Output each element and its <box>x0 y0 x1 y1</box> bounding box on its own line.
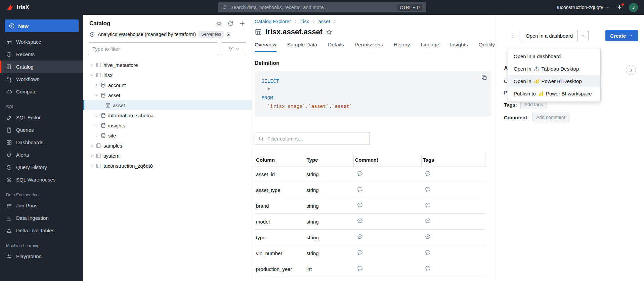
sidebar-item-dashboards[interactable]: Dashboards <box>0 136 83 149</box>
table-header-row: ColumnTypeCommentTags <box>255 155 485 166</box>
tree-item-label: site <box>108 133 116 138</box>
sidebar-item-delta-live-tables[interactable]: Delta Live Tables <box>0 224 83 237</box>
more-options-button[interactable] <box>508 30 518 41</box>
tree-item-information-schema[interactable]: information_schema <box>83 110 252 120</box>
breadcrumb-link-asset[interactable]: asset <box>318 19 330 24</box>
menu-item-open-in-power-bi-desktop[interactable]: Open inPower BI Desktop <box>508 75 600 87</box>
assistant-button[interactable] <box>616 4 623 11</box>
tab-overview[interactable]: Overview <box>255 42 276 52</box>
ai-suggest-tags-icon[interactable] <box>425 170 431 177</box>
tree-item-asset[interactable]: asset <box>83 90 252 100</box>
sidebar-item-recents[interactable]: Recents <box>0 48 83 61</box>
column-comment-cell <box>353 182 421 198</box>
sidebar-item-sql-warehouses[interactable]: SQL Warehouses <box>0 173 83 186</box>
sidebar-item-compute[interactable]: Compute <box>0 85 83 98</box>
tab-details[interactable]: Details <box>328 42 344 52</box>
metastore-selector[interactable]: Analytics Warehouse (managed by terrafor… <box>83 30 252 42</box>
menu-item-open-in-tableau-desktop[interactable]: Open inTableau Desktop <box>508 63 600 75</box>
chevron-right-icon[interactable] <box>93 83 99 87</box>
catalog-tree: hive_metastoreirisxaccountassetassetinfo… <box>83 60 252 171</box>
column-name-cell: type <box>255 230 305 245</box>
tree-item-irisx[interactable]: irisx <box>83 70 252 80</box>
column-header-tags: Tags <box>421 155 485 166</box>
sidebar-item-label: Delta Live Tables <box>16 228 54 233</box>
sql-code: SELECT *FROM `irisx_stage`.`asset`.`asse… <box>261 77 485 111</box>
sidebar-item-job-runs[interactable]: Job Runs <box>0 199 83 212</box>
sidebar-item-workflows[interactable]: Workflows <box>0 73 83 85</box>
open-in-dashboard-button[interactable]: Open in a dashboard <box>521 30 577 41</box>
sidebar-item-query-history[interactable]: Query History <box>0 161 83 173</box>
tree-item-insights[interactable]: insights <box>83 120 252 130</box>
add-catalog-button[interactable] <box>239 20 246 27</box>
ai-suggest-tags-icon[interactable] <box>425 249 431 256</box>
ai-suggest-comment-icon[interactable] <box>357 170 363 177</box>
breadcrumb-link-catalog-explorer[interactable]: Catalog Explorer <box>255 19 291 24</box>
sidebar-item-sql-editor[interactable]: SQL Editor <box>0 111 83 124</box>
sidebar-item-playground[interactable]: Playground <box>0 250 83 263</box>
chevron-right-icon[interactable] <box>93 113 99 118</box>
ai-suggest-tags-icon[interactable] <box>425 265 431 272</box>
app-logo[interactable]: IrisX <box>6 3 29 11</box>
table-row-brand: brandstring <box>255 198 485 214</box>
chevron-down-icon[interactable] <box>89 73 95 77</box>
copy-button[interactable] <box>481 74 487 81</box>
menu-item-open-in-a-dashboard[interactable]: Open in a dashboard <box>508 50 600 63</box>
tree-item-tuconstruction-zq6qt8[interactable]: tuconstruction_zq6qt8 <box>83 161 252 171</box>
ai-suggest-tags-icon[interactable] <box>425 202 431 208</box>
add-comment-button[interactable]: Add comment <box>532 113 569 122</box>
favorite-star-button[interactable] <box>326 29 332 35</box>
ai-suggest-comment-icon[interactable] <box>357 202 363 208</box>
tree-item-asset[interactable]: asset <box>83 100 252 110</box>
chevron-down-icon[interactable] <box>93 93 99 97</box>
tab-permissions[interactable]: Permissions <box>355 42 383 52</box>
open-options-toggle[interactable] <box>577 30 588 41</box>
ai-suggest-comment-icon[interactable] <box>357 218 363 224</box>
sidebar-item-queries[interactable]: Queries <box>0 124 83 136</box>
chevron-right-icon[interactable] <box>89 154 95 158</box>
search-placeholder: Search data, notebooks, recents, and mor… <box>230 5 328 10</box>
tree-item-site[interactable]: site <box>83 130 252 140</box>
ai-suggest-tags-icon[interactable] <box>425 186 431 193</box>
new-button[interactable]: New <box>5 19 79 32</box>
filter-columns-input[interactable] <box>267 135 366 142</box>
chevron-right-icon[interactable] <box>89 144 95 148</box>
chevron-right-icon[interactable] <box>89 63 95 67</box>
chevron-down-icon <box>235 47 240 51</box>
ai-suggest-tags-icon[interactable] <box>425 234 431 240</box>
column-name-cell: asset_id <box>255 166 305 182</box>
tree-item-hive-metastore[interactable]: hive_metastore <box>83 60 252 70</box>
collapse-panel-button[interactable] <box>626 65 636 75</box>
settings-button[interactable] <box>216 20 222 27</box>
ai-suggest-comment-icon[interactable] <box>357 186 363 193</box>
chevron-right-icon[interactable] <box>89 164 95 168</box>
header-actions: Open in a dashboard Create <box>508 30 638 41</box>
tree-item-system[interactable]: system <box>83 151 252 161</box>
chevron-right-icon[interactable] <box>93 133 99 138</box>
global-search-input[interactable]: Search data, notebooks, recents, and mor… <box>218 2 426 12</box>
ai-suggest-comment-icon[interactable] <box>357 249 363 256</box>
breadcrumb-link-irisx[interactable]: irisx <box>300 19 309 24</box>
workspace-switcher[interactable]: tuconstruction-zq6qt8 <box>557 5 610 10</box>
sidebar-item-workspace[interactable]: Workspace <box>0 36 83 48</box>
tree-item-samples[interactable]: samples <box>83 140 252 151</box>
tab-insights[interactable]: Insights <box>450 42 468 52</box>
user-avatar[interactable]: J <box>629 3 638 12</box>
create-button[interactable]: Create <box>605 30 638 41</box>
filter-options-button[interactable] <box>221 42 246 55</box>
tab-lineage[interactable]: Lineage <box>421 42 439 52</box>
chevron-right-icon[interactable] <box>93 123 99 128</box>
tab-sample-data[interactable]: Sample Data <box>287 42 317 52</box>
tree-item-account[interactable]: account <box>83 80 252 90</box>
gear-icon <box>216 21 222 27</box>
sidebar-item-data-ingestion[interactable]: Data Ingestion <box>0 212 83 224</box>
ai-suggest-comment-icon[interactable] <box>357 265 363 272</box>
ai-suggest-comment-icon[interactable] <box>357 234 363 240</box>
ai-suggest-tags-icon[interactable] <box>425 218 431 224</box>
sidebar-item-catalog[interactable]: Catalog <box>0 61 83 73</box>
sidebar-item-alerts[interactable]: Alerts <box>0 149 83 161</box>
tab-quality[interactable]: Quality <box>479 42 495 52</box>
tab-history[interactable]: History <box>394 42 410 52</box>
refresh-button[interactable] <box>227 20 233 27</box>
menu-item-publish-to-power-bi-workspace[interactable]: Publish toPower BI workspace <box>508 87 600 100</box>
catalog-filter-input[interactable] <box>88 42 218 55</box>
